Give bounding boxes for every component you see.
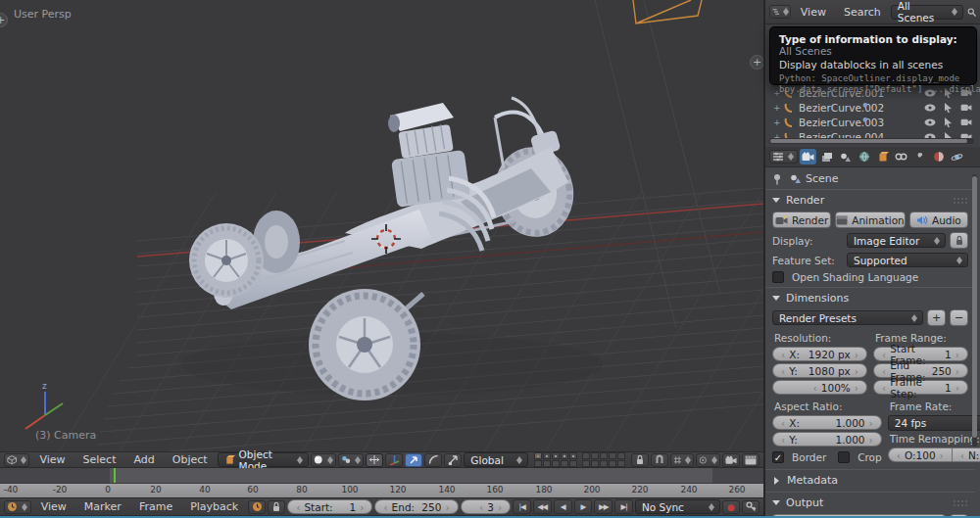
render-panel-header[interactable]: Render <box>772 194 968 207</box>
render-animation-button[interactable]: Animation <box>835 212 906 228</box>
add-preset-button[interactable]: + <box>927 309 946 326</box>
menu-view[interactable]: View <box>31 453 73 466</box>
eye-icon[interactable] <box>924 118 936 126</box>
crop-checkbox[interactable] <box>838 451 850 463</box>
render-restrict-icon[interactable] <box>960 118 972 126</box>
cursor-arrow-icon[interactable] <box>944 118 953 127</box>
layer-cell[interactable] <box>569 460 577 467</box>
tab-render-layers[interactable] <box>818 149 835 165</box>
lock-interface-button[interactable] <box>950 232 968 249</box>
border-checkbox[interactable]: ✓ <box>772 451 784 463</box>
frame-step-field[interactable]: Frame Step:1 <box>873 380 968 395</box>
resolution-y-field[interactable]: Y:1080 px <box>772 363 867 378</box>
breadcrumb-scene-label[interactable]: Scene <box>806 172 839 185</box>
manipulator-translate-button[interactable] <box>385 453 403 467</box>
menu-marker[interactable]: Marker <box>76 500 129 513</box>
tab-scene[interactable] <box>837 149 854 165</box>
layer-cell[interactable] <box>534 460 542 467</box>
outliner-filter-dropdown[interactable]: All Scenes <box>891 5 963 20</box>
layer-cell[interactable] <box>552 452 560 459</box>
remove-preset-button[interactable]: − <box>950 309 968 326</box>
proportional-edit-dropdown[interactable] <box>696 453 720 467</box>
render-audio-button[interactable]: Audio <box>909 212 968 228</box>
transform-orientation-dropdown[interactable]: Global <box>464 452 527 467</box>
jump-to-start-button[interactable]: |◀ <box>513 499 531 514</box>
properties-editor[interactable]: Scene Render Render Animation <box>765 147 980 516</box>
expand-icon[interactable]: + <box>773 118 784 127</box>
record-button[interactable]: ● <box>722 500 740 514</box>
opengl-render-anim-button[interactable] <box>742 453 760 467</box>
start-frame-field[interactable]: Start:1 <box>287 499 372 514</box>
aspect-y-field[interactable]: Y:1.000 <box>772 432 882 447</box>
editor-type-button-outliner[interactable] <box>769 5 791 19</box>
tab-modifiers[interactable] <box>911 149 928 165</box>
panel-drag-grip[interactable] <box>953 499 968 506</box>
menu-view[interactable]: View <box>33 500 74 513</box>
frame-rate-dropdown[interactable]: 24 fps <box>888 415 980 431</box>
dimensions-panel-header[interactable]: Dimensions <box>772 292 968 305</box>
layer-cell[interactable] <box>561 460 568 467</box>
render-restrict-icon[interactable] <box>960 103 972 112</box>
outliner-row[interactable]: + BezierCurve.002 <box>765 100 980 115</box>
layer-cell[interactable] <box>609 452 616 459</box>
menu-frame[interactable]: Frame <box>131 500 180 513</box>
manipulator-arc-button[interactable] <box>424 453 442 467</box>
pin-icon[interactable] <box>772 173 782 185</box>
layer-cell[interactable] <box>569 452 577 459</box>
scrollbar-thumb[interactable] <box>770 139 967 143</box>
snap-element-dropdown[interactable] <box>670 453 695 467</box>
3d-viewport[interactable]: User Persp z (3) Camera + + <box>0 0 763 451</box>
tab-object[interactable] <box>874 149 891 165</box>
menu-select[interactable]: Select <box>75 453 124 466</box>
eye-icon[interactable] <box>924 104 936 112</box>
preview-range-button[interactable] <box>248 500 266 514</box>
layers-group-1[interactable] <box>534 452 577 467</box>
layer-cell[interactable] <box>609 460 616 467</box>
region-expand-handle-right[interactable]: + <box>750 55 763 70</box>
display-dropdown[interactable]: Image Editor <box>847 233 946 248</box>
layer-cell[interactable] <box>591 460 599 467</box>
play-reverse-button[interactable]: ◀ <box>554 499 572 514</box>
layer-cell[interactable] <box>600 460 608 467</box>
lock-to-scene-button[interactable] <box>631 453 649 467</box>
end-frame-field[interactable]: End:250 <box>374 499 458 514</box>
outliner-row[interactable]: + BezierCurve.003 <box>765 115 980 129</box>
opengl-render-button[interactable] <box>722 453 740 467</box>
layer-cell[interactable] <box>582 460 590 467</box>
tab-world[interactable] <box>856 149 872 165</box>
editor-type-button-timeline[interactable] <box>4 500 31 514</box>
timeline-frames-area[interactable] <box>0 468 763 484</box>
cursor-arrow-icon[interactable] <box>944 103 953 113</box>
remap-old-field[interactable]: O:100 <box>888 447 952 462</box>
aspect-x-field[interactable]: X:1.000 <box>772 415 882 430</box>
mode-dropdown[interactable]: Object Mode <box>218 452 310 467</box>
menu-search[interactable]: Search <box>836 6 889 19</box>
layer-cell[interactable] <box>600 452 608 459</box>
manipulator-scale-button[interactable] <box>444 453 462 467</box>
osl-checkbox[interactable] <box>772 271 784 283</box>
tab-render[interactable] <box>800 149 816 165</box>
timeline-playhead[interactable] <box>114 468 116 483</box>
editor-type-button-properties[interactable] <box>769 150 798 164</box>
auto-keyframe-button[interactable] <box>742 500 760 514</box>
layer-cell[interactable] <box>534 452 542 459</box>
pivot-point-dropdown[interactable] <box>338 453 364 467</box>
manipulator-rotate-button[interactable] <box>405 453 422 467</box>
layer-cell[interactable] <box>582 452 590 459</box>
lock-time-cursor-button[interactable] <box>268 500 285 514</box>
resolution-x-field[interactable]: X:1920 px <box>772 347 867 361</box>
layer-cell[interactable] <box>591 452 599 459</box>
layer-cell[interactable] <box>617 452 625 459</box>
remap-new-field[interactable]: N:100 <box>952 447 980 462</box>
metadata-panel-header[interactable]: Metadata <box>772 474 968 487</box>
feature-set-dropdown[interactable]: Supported <box>847 253 968 267</box>
render-still-button[interactable]: Render <box>772 212 831 228</box>
layer-cell[interactable] <box>543 460 551 467</box>
menu-object[interactable]: Object <box>165 453 216 466</box>
snap-magnet-button[interactable] <box>651 453 668 467</box>
tab-constraints[interactable] <box>893 149 909 165</box>
editor-type-button-3dview[interactable] <box>4 453 29 467</box>
layers-group-2[interactable] <box>582 452 625 467</box>
outliner-horizontal-scrollbar[interactable] <box>769 138 974 144</box>
layer-cell[interactable] <box>561 452 568 459</box>
